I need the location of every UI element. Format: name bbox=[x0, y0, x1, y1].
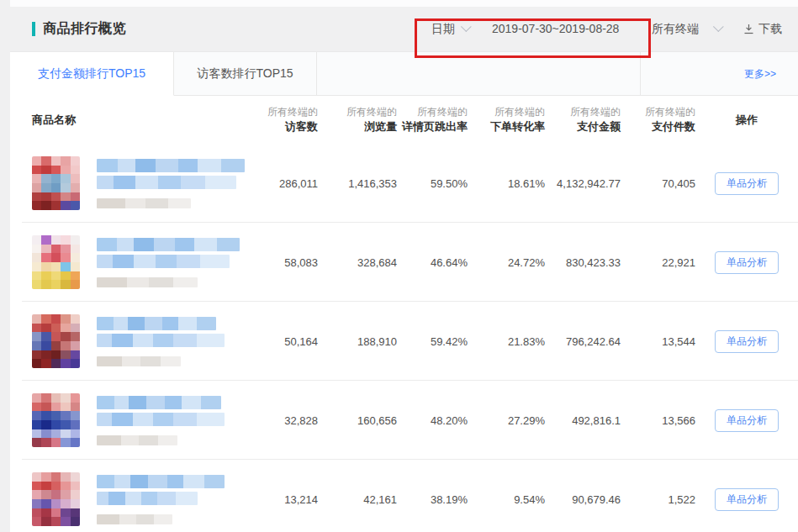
column-header-visitors: 所有终端的 访客数 bbox=[262, 105, 318, 134]
item-analysis-button[interactable]: 单品分析 bbox=[715, 330, 779, 353]
product-name-blur-line bbox=[97, 176, 236, 189]
pageviews-value: 188,910 bbox=[318, 335, 397, 348]
conversion-rate-value: 27.29% bbox=[468, 414, 545, 427]
payment-amount-value: 830,423.33 bbox=[545, 256, 621, 269]
visitors-value: 32,828 bbox=[262, 414, 318, 427]
item-analysis-button[interactable]: 单品分析 bbox=[715, 488, 779, 511]
product-name-blur-line bbox=[97, 396, 221, 409]
product-name-redacted[interactable] bbox=[97, 475, 225, 524]
product-name-blur-line bbox=[97, 238, 240, 251]
tab-payment-ranking[interactable]: 支付金额排行TOP15 bbox=[10, 52, 174, 96]
payment-items-value: 1,522 bbox=[621, 493, 695, 506]
bounce-rate-value: 48.20% bbox=[397, 414, 468, 427]
product-name-blur-line bbox=[97, 317, 216, 330]
table-header-row: 商品名称 所有终端的 访客数 所有终端的 浏览量 所有终端的 详情页跳出率 所有… bbox=[10, 96, 798, 144]
payment-amount-value: 796,242.64 bbox=[545, 335, 621, 348]
product-name-blur-line bbox=[97, 492, 198, 505]
product-subtext-blur-line bbox=[97, 514, 172, 524]
pageviews-value: 328,684 bbox=[318, 256, 397, 269]
product-name-blur-line bbox=[97, 255, 230, 268]
visitors-value: 13,214 bbox=[262, 493, 318, 506]
product-cell bbox=[10, 156, 262, 210]
product-subtext-blur-line bbox=[97, 435, 177, 445]
item-analysis-button[interactable]: 单品分析 bbox=[715, 172, 779, 195]
column-header-payment-amount: 所有终端的 支付金额 bbox=[545, 105, 621, 134]
page-title: 商品排行概览 bbox=[43, 20, 126, 38]
payment-items-value: 22,921 bbox=[621, 256, 695, 269]
item-analysis-button[interactable]: 单品分析 bbox=[715, 409, 779, 432]
conversion-rate-value: 9.54% bbox=[468, 493, 545, 506]
tab-bar-right: 更多>> bbox=[641, 52, 798, 96]
date-range-value[interactable]: 2019-07-30~2019-08-28 bbox=[492, 7, 619, 51]
pageviews-value: 42,161 bbox=[318, 493, 397, 506]
payment-amount-value: 90,679.46 bbox=[545, 493, 621, 506]
payment-amount-value: 4,132,942.77 bbox=[545, 177, 621, 190]
bounce-rate-value: 46.64% bbox=[397, 256, 468, 269]
product-subtext-blur-line bbox=[97, 198, 191, 208]
product-cell bbox=[10, 314, 262, 368]
conversion-rate-value: 21.83% bbox=[468, 335, 545, 348]
column-header-payment-items: 所有终端的 支付件数 bbox=[621, 105, 695, 134]
product-name-blur-line bbox=[97, 413, 225, 426]
column-header-action: 操作 bbox=[695, 113, 798, 128]
payment-items-value: 13,544 bbox=[621, 335, 695, 348]
more-link[interactable]: 更多>> bbox=[744, 68, 776, 80]
title-accent-bar bbox=[32, 22, 35, 36]
product-thumbnail[interactable] bbox=[32, 314, 80, 368]
product-name-redacted[interactable] bbox=[97, 317, 225, 366]
visitors-value: 286,011 bbox=[262, 177, 318, 190]
bounce-rate-value: 38.19% bbox=[397, 493, 468, 506]
product-thumbnail[interactable] bbox=[32, 393, 80, 447]
column-header-conversion-rate: 所有终端的 下单转化率 bbox=[468, 105, 545, 134]
payment-items-value: 13,566 bbox=[621, 414, 695, 427]
product-cell bbox=[10, 472, 262, 526]
pageviews-value: 1,416,353 bbox=[318, 177, 397, 190]
column-header-product: 商品名称 bbox=[10, 113, 262, 128]
visitors-value: 58,083 bbox=[262, 256, 318, 269]
product-name-redacted[interactable] bbox=[97, 396, 225, 445]
page-top-strip bbox=[10, 0, 798, 7]
section-title-block: 商品排行概览 bbox=[32, 7, 126, 51]
terminal-filter-label: 所有终端 bbox=[652, 22, 699, 35]
table-row: 50,164 188,910 59.42% 21.83% 796,242.64 … bbox=[10, 302, 798, 381]
tab-bar: 支付金额排行TOP15 访客数排行TOP15 更多>> bbox=[10, 52, 798, 96]
product-name-blur-line bbox=[97, 334, 225, 347]
product-thumbnail[interactable] bbox=[32, 472, 80, 526]
product-name-blur-line bbox=[97, 159, 245, 172]
product-thumbnail[interactable] bbox=[32, 235, 80, 289]
product-ranking-card: 支付金额排行TOP15 访客数排行TOP15 更多>> 商品名称 所有终端的 访… bbox=[10, 51, 798, 532]
item-analysis-button[interactable]: 单品分析 bbox=[715, 251, 779, 274]
chevron-down-icon bbox=[713, 21, 724, 32]
terminal-filter-dropdown[interactable]: 所有终端 bbox=[652, 7, 720, 51]
product-thumbnail[interactable] bbox=[32, 156, 80, 210]
conversion-rate-value: 24.72% bbox=[468, 256, 545, 269]
tab-visitor-ranking[interactable]: 访客数排行TOP15 bbox=[174, 52, 317, 96]
table-row: 32,828 160,656 48.20% 27.29% 492,816.1 1… bbox=[10, 381, 798, 460]
section-header: 商品排行概览 日期 2019-07-30~2019-08-28 所有终端 下载 bbox=[0, 7, 798, 51]
product-cell bbox=[10, 235, 262, 289]
download-label: 下载 bbox=[758, 22, 782, 35]
conversion-rate-value: 18.61% bbox=[468, 177, 545, 190]
table-row: 286,011 1,416,353 59.50% 18.61% 4,132,94… bbox=[10, 144, 798, 223]
tab-bar-spacer bbox=[317, 52, 641, 96]
table-row: 13,214 42,161 38.19% 9.54% 90,679.46 1,5… bbox=[10, 460, 798, 532]
date-filter-label: 日期 bbox=[431, 22, 455, 35]
pageviews-value: 160,656 bbox=[318, 414, 397, 427]
table-body: 286,011 1,416,353 59.50% 18.61% 4,132,94… bbox=[10, 144, 798, 532]
bounce-rate-value: 59.42% bbox=[397, 335, 468, 348]
product-subtext-blur-line bbox=[97, 277, 198, 287]
product-cell bbox=[10, 393, 262, 447]
bounce-rate-value: 59.50% bbox=[397, 177, 468, 190]
product-name-redacted[interactable] bbox=[97, 238, 240, 287]
date-filter-dropdown[interactable]: 日期 bbox=[431, 7, 468, 51]
column-header-bounce-rate: 所有终端的 详情页跳出率 bbox=[397, 105, 468, 134]
product-name-blur-line bbox=[97, 475, 225, 488]
chevron-down-icon bbox=[461, 21, 472, 32]
column-header-pageviews: 所有终端的 浏览量 bbox=[318, 105, 397, 134]
download-button[interactable]: 下载 bbox=[743, 7, 782, 51]
product-name-redacted[interactable] bbox=[97, 159, 245, 208]
table-row: 58,083 328,684 46.64% 24.72% 830,423.33 … bbox=[10, 223, 798, 302]
payment-amount-value: 492,816.1 bbox=[545, 414, 621, 427]
product-subtext-blur-line bbox=[97, 356, 181, 366]
visitors-value: 50,164 bbox=[262, 335, 318, 348]
